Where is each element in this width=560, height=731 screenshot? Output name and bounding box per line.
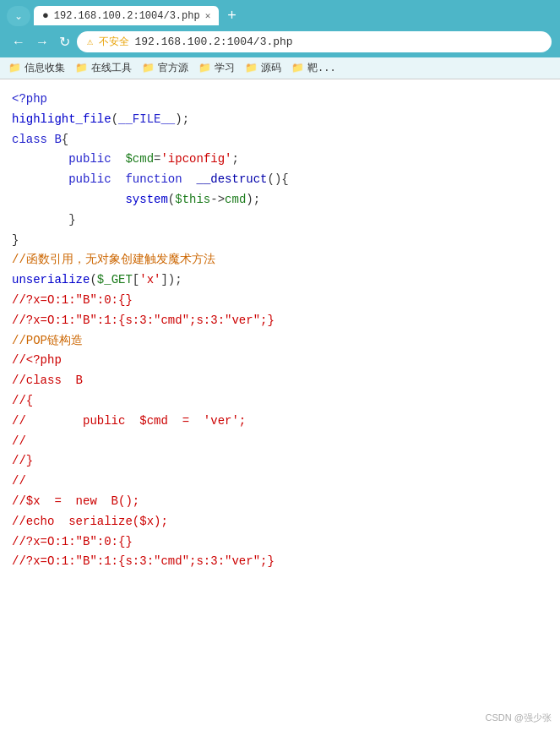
code-line-21: //	[12, 432, 548, 452]
tab-bar: ⌄ ● 192.168.100.2:1004/3.php ✕ +	[0, 0, 560, 26]
bookmark-label-3: 官方源	[158, 61, 188, 75]
tab-close-button[interactable]: ✕	[205, 10, 211, 21]
refresh-button[interactable]: ↻	[59, 34, 70, 50]
code-area: <?php highlight_file(__FILE__); class B{…	[0, 79, 560, 582]
active-tab[interactable]: ● 192.168.100.2:1004/3.php ✕	[34, 6, 219, 25]
code-line-23: //	[12, 472, 548, 492]
folder-icon-4: 📁	[198, 62, 211, 74]
code-line-8: }	[12, 231, 548, 251]
code-line-28: //?x=O:1:"B":1:{s:3:"cmd";s:3:"ver";}	[12, 552, 548, 572]
code-line-7: }	[12, 210, 548, 231]
url-text: 192.168.100.2:1004/3.php	[134, 35, 292, 48]
bookmark-label-1: 信息收集	[24, 61, 65, 75]
code-line-14: //?x=O:1:"B":1:{s:3:"cmd";s:3:"ver";}	[12, 311, 548, 331]
code-line-3: class B{	[12, 130, 548, 150]
security-warning: ⚠ 不安全	[87, 35, 129, 49]
tab-title: 192.168.100.2:1004/3.php	[54, 10, 200, 22]
tab-nav-button[interactable]: ⌄	[7, 6, 30, 26]
code-line-2: highlight_file(__FILE__);	[12, 110, 548, 130]
folder-icon-5: 📁	[245, 62, 258, 74]
browser-chrome: ⌄ ● 192.168.100.2:1004/3.php ✕ + ← → ↻ ⚠…	[0, 0, 560, 79]
code-line-19: //{	[12, 391, 548, 412]
code-line-27: //?x=O:1:"B":0:{}	[12, 532, 548, 553]
new-tab-button[interactable]: +	[222, 5, 242, 26]
code-line-25: //echo serialize($x);	[12, 512, 548, 532]
bookmark-6[interactable]: 📁 靶...	[291, 61, 336, 75]
folder-icon-3: 📁	[142, 62, 155, 74]
bookmark-label-6: 靶...	[307, 61, 336, 75]
bookmark-label-2: 在线工具	[91, 61, 132, 75]
bookmark-label-5: 源码	[261, 61, 281, 75]
code-line-1: <?php	[12, 90, 548, 110]
code-line-13: //?x=O:1:"B":0:{}	[12, 291, 548, 311]
folder-icon-6: 📁	[291, 62, 304, 74]
code-line-4: public $cmd='ipconfig';	[12, 150, 548, 170]
code-line-5: public function __destruct(){	[12, 170, 548, 190]
url-input[interactable]: ⚠ 不安全 192.168.100.2:1004/3.php	[77, 31, 552, 52]
bookmark-3[interactable]: 📁 官方源	[142, 61, 188, 75]
folder-icon-2: 📁	[75, 62, 88, 74]
bookmark-1[interactable]: 📁 信息收集	[8, 61, 65, 75]
code-line-9: //函数引用，无对象创建触发魔术方法	[12, 250, 548, 270]
forward-button[interactable]: →	[32, 33, 52, 52]
code-line-16: //POP链构造	[12, 331, 548, 352]
code-line-24: //$x = new B();	[12, 492, 548, 512]
tab-favicon: ●	[42, 9, 49, 22]
address-bar: ← → ↻ ⚠ 不安全 192.168.100.2:1004/3.php	[0, 26, 560, 57]
bookmark-4[interactable]: 📁 学习	[198, 61, 235, 75]
bookmarks-bar: 📁 信息收集 📁 在线工具 📁 官方源 📁 学习 📁 源码 📁 靶...	[0, 57, 560, 79]
bookmark-5[interactable]: 📁 源码	[245, 61, 281, 75]
code-line-22: //}	[12, 451, 548, 472]
code-line-6: system($this->cmd);	[12, 190, 548, 210]
watermark: CSDN @强少张	[486, 712, 552, 724]
code-line-18: //class B	[12, 371, 548, 391]
folder-icon-1: 📁	[8, 62, 21, 74]
code-line-17: //<?php	[12, 351, 548, 371]
bookmark-label-4: 学习	[215, 61, 235, 75]
code-line-20: // public $cmd = 'ver';	[12, 412, 548, 432]
bookmark-2[interactable]: 📁 在线工具	[75, 61, 132, 75]
back-button[interactable]: ←	[8, 33, 29, 52]
code-line-10: unserialize($_GET['x']);	[12, 270, 548, 291]
